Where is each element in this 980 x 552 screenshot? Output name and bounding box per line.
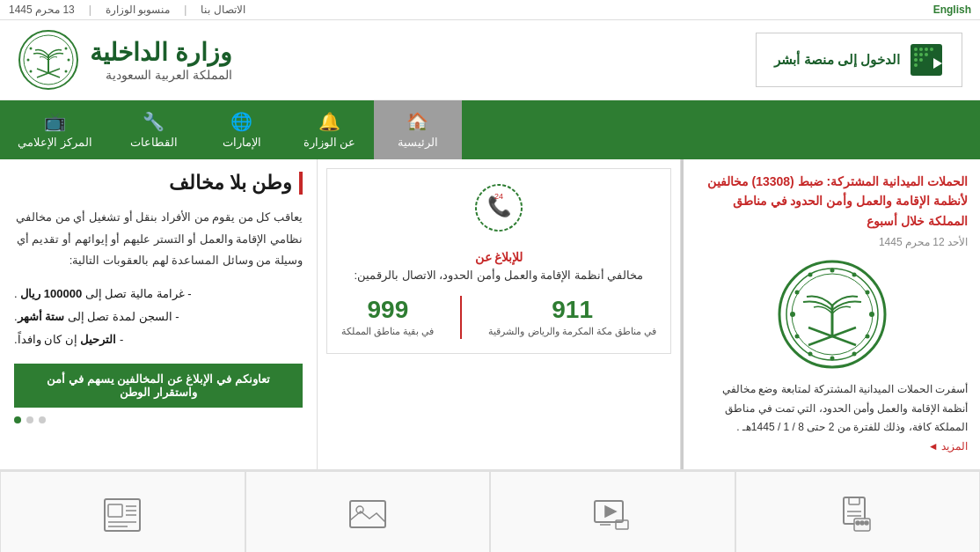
svg-point-35 (808, 273, 812, 277)
slider-dot-2[interactable] (26, 416, 33, 423)
news-more-link[interactable]: المزيد ◄ (928, 440, 968, 453)
ministry-name: وزارة الداخلية (90, 38, 232, 68)
bottom-card-3[interactable] (245, 471, 491, 552)
news-body-text: أسفرت الحملات الميدانية المشتركة لمتابعة… (722, 383, 968, 433)
svg-point-3 (925, 48, 928, 51)
news-card-icon (101, 494, 143, 536)
report-label-colored: مخالفي أنظمة الإقامة والعمل وأمن الحدود،… (341, 267, 656, 285)
report-divider (460, 296, 462, 339)
phone-desc-911: في مناطق مكة المكرمة والرياض والشرقية (488, 324, 655, 339)
phone-desc-999: في بقية مناطق المملكة (341, 324, 434, 339)
svg-point-9 (919, 58, 923, 62)
svg-point-1 (914, 48, 918, 51)
news-body: أسفرت الحملات الميدانية المشتركة لمتابعة… (696, 380, 968, 456)
watan-penalties-list: - غرامة مالية تصل إلى 100000 ريال . - ال… (14, 283, 303, 351)
nav-item-media[interactable]: 📺 المركز الإعلامي (0, 100, 110, 159)
svg-point-40 (830, 357, 834, 361)
navigation: 🏠 الرئيسية 🔔 عن الوزارة 🌐 الإمارات 🔧 الق… (0, 100, 980, 159)
phone-number-911: 911 (488, 296, 655, 324)
svg-point-20 (65, 48, 68, 50)
language-link[interactable]: English (933, 4, 971, 16)
svg-point-21 (30, 70, 33, 73)
svg-rect-45 (849, 497, 859, 504)
bottom-card-2[interactable] (490, 471, 735, 552)
contact-link[interactable]: الاتصال بنا (201, 4, 245, 16)
penalty-3-text: - الترحيل إن كان وافداً. (14, 328, 123, 351)
svg-rect-56 (350, 501, 385, 527)
center-report-panel: 📞 24 للإبلاغ عن مخالفي أنظمة الإقامة وال… (317, 159, 681, 469)
separator: | (184, 4, 186, 16)
svg-point-5 (914, 53, 918, 56)
bottom-cards (0, 469, 980, 552)
report-numbers: 911 في مناطق مكة المكرمة والرياض والشرقي… (341, 296, 656, 339)
svg-point-8 (914, 58, 918, 62)
svg-point-7 (925, 53, 928, 56)
svg-marker-53 (605, 506, 616, 517)
report-box: 📞 24 للإبلاغ عن مخالفي أنظمة الإقامة وال… (326, 168, 671, 354)
nav-label-emirates: الإمارات (223, 136, 261, 149)
slider-dot-1[interactable] (14, 416, 21, 423)
hijri-date: 13 محرم 1445 (9, 4, 75, 16)
image-card-icon (347, 494, 389, 536)
penalty-3: - الترحيل إن كان وافداً. (14, 328, 303, 351)
nav-item-emirates[interactable]: 🌐 الإمارات (198, 100, 286, 159)
separator2: | (89, 4, 91, 16)
svg-text:24: 24 (494, 192, 503, 201)
svg-point-36 (852, 273, 856, 277)
top-bar: English الاتصال بنا | منسوبو الوزارة | 1… (0, 0, 980, 20)
penalty-1: - غرامة مالية تصل إلى 100000 ريال . (14, 283, 303, 305)
report-label: للإبلاغ عن مخالفي أنظمة الإقامة والعمل و… (341, 247, 656, 285)
content-wrapper: الحملات الميدانية المشتركة: ضبط (13308) … (0, 159, 980, 552)
absher-logo (909, 42, 944, 77)
left-news-panel: الحملات الميدانية المشتركة: ضبط (13308) … (681, 159, 980, 469)
penalty-1-text: - غرامة مالية تصل إلى 100000 ريال . (14, 283, 192, 305)
nav-label-ministry: عن الوزارة (304, 136, 356, 149)
nav-item-home[interactable]: 🏠 الرئيسية (374, 100, 462, 159)
sectors-icon: 🔧 (143, 111, 165, 132)
news-title: الحملات الميدانية المشتركة: ضبط (13308) … (696, 172, 968, 231)
svg-point-2 (919, 48, 923, 51)
nav-label-home: الرئيسية (398, 136, 438, 149)
svg-point-6 (919, 53, 923, 56)
ministry-icon: 🔔 (318, 111, 340, 132)
logo-area: وزارة الداخلية المملكة العربية السعودية (18, 29, 232, 91)
watan-intro: يعاقب كل من يقوم من الأفراد بنقل أو تشغي… (14, 207, 303, 272)
svg-point-10 (914, 63, 918, 67)
watan-cta[interactable]: تعاونكم في الإبلاغ عن المخالفين يسهم في … (14, 364, 303, 408)
ministry-link[interactable]: منسوبو الوزارة (106, 4, 170, 16)
media-card-icon (591, 494, 633, 536)
bottom-card-1[interactable] (735, 471, 981, 552)
svg-point-51 (865, 521, 868, 525)
svg-point-37 (808, 352, 812, 357)
ministry-emblem (18, 29, 79, 91)
emirates-icon: 🌐 (230, 111, 252, 132)
nav-label-sectors: القطاعات (130, 136, 178, 149)
phone-number-999: 999 (341, 296, 434, 324)
absher-text: الدخول إلى منصة أبشر (774, 52, 900, 68)
svg-point-18 (68, 59, 70, 62)
svg-point-17 (27, 59, 30, 62)
svg-point-50 (860, 521, 864, 525)
nav-label-media: المركز الإعلامي (18, 136, 92, 149)
nav-item-ministry[interactable]: 🔔 عن الوزارة (286, 100, 374, 159)
home-icon: 🏠 (406, 111, 428, 132)
report-number-1: 999 في بقية مناطق المملكة (341, 296, 434, 339)
svg-point-31 (794, 291, 799, 295)
phone-icon: 📞 24 (341, 183, 656, 240)
right-watan-panel: وطن بلا مخالف يعاقب كل من يقوم من الأفرا… (0, 159, 317, 469)
svg-point-39 (830, 269, 834, 273)
absher-banner[interactable]: الدخول إلى منصة أبشر (756, 33, 962, 87)
penalty-2: - السجن لمدة تصل إلى ستة أشهر. (14, 305, 303, 328)
report-number-2: 911 في مناطق مكة المكرمة والرياض والشرقي… (488, 296, 655, 339)
svg-point-4 (930, 48, 933, 51)
svg-point-34 (865, 335, 869, 339)
watan-title: وطن بلا مخالف (14, 172, 303, 195)
report-label-prefix: للإبلاغ عن (341, 247, 656, 267)
bottom-card-4[interactable] (0, 471, 245, 552)
logo-text: وزارة الداخلية المملكة العربية السعودية (90, 38, 232, 82)
penalty-2-text: - السجن لمدة تصل إلى ستة أشهر. (14, 305, 179, 328)
svg-point-38 (852, 352, 856, 357)
svg-rect-59 (108, 504, 122, 517)
slider-dot-3[interactable] (39, 416, 46, 423)
nav-item-sectors[interactable]: 🔧 القطاعات (110, 100, 198, 159)
